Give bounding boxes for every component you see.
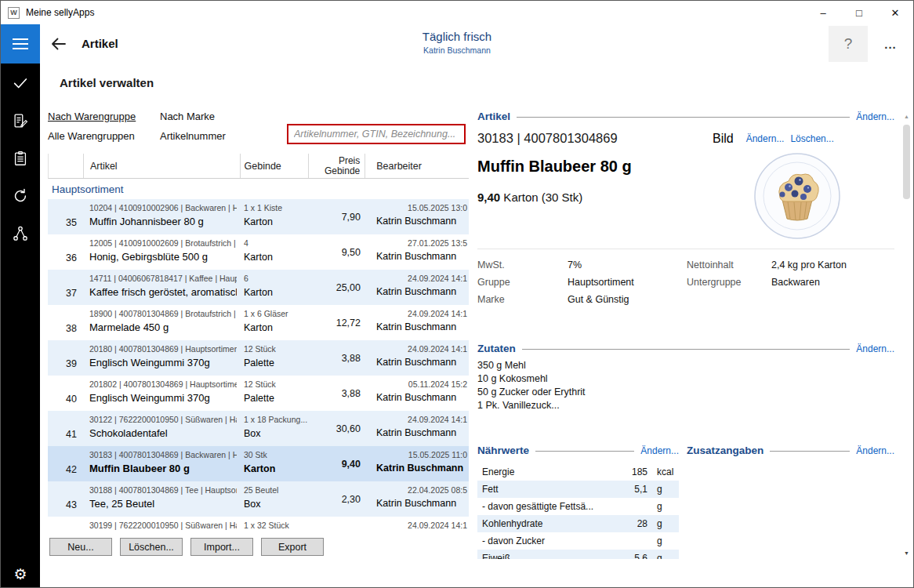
naehrwerte-change-link[interactable]: Ändern... [640,445,679,456]
bild-section-header: Bild Ändern... Löschen... [713,132,894,146]
detail-scrollbar[interactable]: ▲ ▼ [901,111,912,559]
mwst-label: MwSt. [477,260,568,270]
row-gebinde: 1 x 32 Stück [240,517,309,533]
row-gebinde: 30 Stk Karton [240,446,309,481]
marke-label: Marke [477,294,568,305]
row-gebinde: 6 Karton [240,270,309,305]
filter-tab-marke[interactable]: Nach Marke [160,111,215,122]
zusatzangaben-change-link[interactable]: Ändern... [856,445,894,456]
row-artikel: 201802 | 4007801304869 | Hauptsortime...… [83,376,240,411]
scroll-up-icon[interactable]: ▲ [901,111,912,122]
table-row[interactable]: 37 14711 | 04006067818417 | Kaffee | Hau… [48,270,469,305]
nutrition-row: - davon Zucker g [477,532,679,550]
row-price: 12,72 [309,305,365,340]
row-price: 9,40 [309,446,365,481]
table-row[interactable]: 44 30199 | 7622200010950 | Süßwaren | Ha… [48,517,469,533]
row-artikel: 10204 | 4100910002906 | Backwaren | Hau.… [83,199,240,234]
row-number: 41 [48,411,83,446]
row-number: 38 [48,305,83,340]
scrollbar-thumb[interactable] [903,125,910,199]
table-row[interactable]: 36 12005 | 4100910002609 | Brotaufstrich… [48,234,469,270]
row-price: 2,30 [309,481,365,517]
sync-icon[interactable] [11,187,30,205]
settings-gear-icon[interactable]: ⚙ [13,565,27,583]
col-header-preis[interactable]: Preis Gebinde [309,154,365,178]
table-row[interactable]: 41 30122 | 7622200010950 | Süßwaren | Ha… [48,411,469,446]
minimize-button[interactable]: – [805,1,841,24]
zutaten-change-link[interactable]: Ändern... [856,343,894,354]
clipboard-icon[interactable] [11,149,30,168]
row-artikel: 14711 | 04006067818417 | Kaffee | Haupts… [83,270,240,305]
search-input[interactable] [287,124,466,144]
menu-button[interactable] [1,24,40,64]
article-id-line: 30183 | 4007801304869 [477,131,713,146]
table-row[interactable]: 39 20180 | 4007801304869 | Hauptsortimen… [48,340,469,376]
artikel-change-link[interactable]: Ändern... [856,111,894,122]
back-button[interactable] [49,34,68,53]
article-name: Muffin Blaubeer 80 g [477,158,632,176]
row-price: 3,88 [309,340,365,376]
naehrwerte-section-header: Nährwerte Ändern... [477,445,679,456]
table-row[interactable]: 38 18900 | 4007801304869 | Brotaufstrich… [48,305,469,340]
close-button[interactable]: ✕ [877,1,913,24]
table-row[interactable]: 43 30188 | 4007801304869 | Tee | Hauptso… [48,481,469,517]
table-row-selected[interactable]: 42 30183 | 4007801304869 | Backwaren | H… [48,446,469,481]
row-bearbeiter: 24.09.2024 14:1 Katrin Buschmann [365,270,469,305]
edit-note-icon[interactable] [11,111,30,130]
row-artikel: 30199 | 7622200010950 | Süßwaren | Hau..… [83,517,240,533]
export-button[interactable]: Export [261,538,324,556]
main-content: Artikel verwalten Nach Warengruppe Nach … [40,64,914,588]
nutrition-row: Energie 185 kcal [477,463,679,481]
filter-artikelnummer[interactable]: Artikelnummer [160,130,226,142]
help-button[interactable]: ? [829,26,868,62]
filter-all-warengruppen[interactable]: Alle Warengruppen [48,130,135,142]
scroll-down-icon[interactable]: ▼ [901,547,912,559]
window-controls: – □ ✕ [805,1,913,24]
row-bearbeiter: 15.05.2025 13:0 Katrin Buschmann [365,199,469,234]
col-header-empty [49,154,84,178]
row-price: 9,50 [309,234,365,270]
row-name: Muffin Johannisbeer 80 g [89,216,237,227]
col-header-bearbeiter[interactable]: Bearbeiter [365,154,469,178]
zutaten-section-header: Zutaten Ändern... [477,343,894,354]
bild-change-link[interactable]: Ändern... [746,133,785,144]
delete-button[interactable]: Löschen... [120,538,183,556]
group-header-hauptsortiment: Hauptsortiment [48,179,469,199]
new-button[interactable]: Neu... [49,538,112,556]
col-header-artikel[interactable]: Artikel [84,154,241,178]
zusatzangaben-section-header: Zusatzangaben Ändern... [687,445,894,456]
row-number: 39 [48,340,83,376]
row-meta: 10204 | 4100910002906 | Backwaren | Hau.… [89,203,237,212]
filter-tab-warengruppe[interactable]: Nach Warengruppe [48,111,136,122]
row-bearbeiter: 05.11.2024 15:2 Katrin Buschmann [365,376,469,411]
detail-divider [477,249,894,249]
table-row[interactable]: 40 201802 | 4007801304869 | Hauptsortime… [48,376,469,411]
titlebar: W Meine sellyApps – □ ✕ [1,1,913,24]
maximize-button[interactable]: □ [841,1,877,24]
share-icon[interactable] [11,224,30,243]
import-button[interactable]: Import... [190,538,253,556]
row-artikel: 18900 | 4007801304869 | Brotaufstrich | … [83,305,240,340]
check-icon[interactable] [11,74,30,93]
app-logo-icon: W [8,7,20,19]
ingredient-item: 10 g Kokosmehl [477,372,586,386]
gruppe-value: Hauptsortiment [568,277,634,288]
marke-value: Gut & Günstig [568,294,629,305]
row-bearbeiter: 24.09.2024 14:1 Katrin Buschmann [365,340,469,376]
nettoinhalt-label: Nettoinhalt [687,260,771,270]
row-gebinde: 25 Beutel Box [240,481,309,517]
row-bearbeiter: 24.09.2024 14:1 [365,517,469,533]
col-header-gebinde[interactable]: Gebinde [241,154,310,178]
more-button[interactable]: ... [874,29,907,59]
article-price: 9,40 [477,191,500,204]
table-row[interactable]: 35 10204 | 4100910002906 | Backwaren | H… [48,199,469,234]
row-price: 25,00 [309,270,365,305]
row-gebinde: 12 Stück Palette [240,340,309,376]
article-table: Artikel Gebinde Preis Gebinde Bearbeiter… [48,154,469,533]
row-price: 30,60 [309,411,365,446]
bild-section-title: Bild [713,132,734,146]
article-price-unit: Karton (30 Stk) [500,191,582,204]
row-number: 37 [48,270,83,305]
window-title: Meine sellyApps [26,7,94,18]
bild-delete-link[interactable]: Löschen... [790,133,833,144]
